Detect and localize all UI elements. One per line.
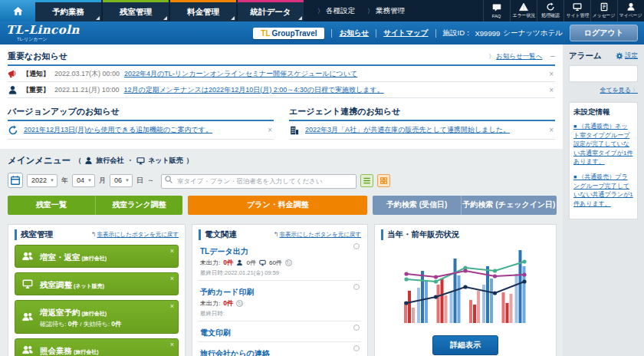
restore-hidden-buttons-link[interactable]: 非表示にしたボタンを元に戻す (279, 231, 361, 238)
add-return-room-button[interactable]: 増室・返室(旅行会社) × (15, 245, 179, 268)
close-icon[interactable]: × (170, 341, 174, 348)
building-icon (289, 125, 300, 136)
agency-contact-link[interactable]: 旅行会社からの連絡 (200, 349, 270, 356)
link-business-admin[interactable]: 業務管理 (367, 6, 405, 16)
tab-reservation[interactable]: 予約業務 (35, 0, 101, 21)
close-icon[interactable]: × (170, 275, 174, 282)
unset-plan-group-link[interactable]: （共通販売）プラングループ完了していない共通プランが1件あります。 (573, 173, 633, 208)
close-icon[interactable]: × (547, 86, 555, 94)
close-icon[interactable]: × (170, 302, 174, 310)
search-input[interactable] (161, 174, 356, 189)
plan-rate-adjust-button[interactable]: プラン・料金調整 (188, 196, 367, 215)
sitemap-link[interactable]: サイトマップ (383, 28, 428, 38)
calendar-button[interactable] (8, 173, 23, 188)
news-list-link[interactable]: お知らせ一覧へ (488, 52, 542, 60)
telegram-print-row: 電文印刷 (199, 321, 361, 342)
room-rank-adjust-button[interactable]: 残室ランク調整 (96, 196, 183, 215)
warning-icon (519, 2, 528, 12)
version-news-section: バージョンアップのお知らせ 2021年12月13日(月)から使用できる追加機能の… (8, 106, 274, 140)
news-link[interactable]: 12月の定期メンテナンスは2022年12月10日(月) 2:00～4:30の日程… (123, 85, 383, 95)
news-row: 【通知】 2022.03.17(木) 00:00 2022年4月のTL-リンカー… (8, 66, 555, 82)
mypage-button[interactable]: マイページ (617, 0, 644, 21)
process-check-button[interactable]: 処理確認 (537, 0, 564, 21)
close-icon[interactable]: × (547, 70, 555, 78)
site-admin-button[interactable]: サイト管理 (564, 0, 590, 21)
room-stock-list-button[interactable]: 残室一覧 (8, 196, 96, 215)
message-button[interactable]: メッセージ (590, 0, 617, 21)
inquiry-work-button[interactable]: 照会業務(旅行会社) × (15, 338, 179, 356)
agent-news-link[interactable]: 2022年3月「A社」が共通在庫の販売先として連携開始しました。 (305, 125, 510, 135)
see-all-link[interactable]: 全てを見る (600, 87, 638, 94)
person-icon (626, 2, 636, 12)
refresh-icon[interactable]: ↻ (285, 259, 292, 266)
day-label: 日 (136, 176, 143, 186)
hide-toggle[interactable] (353, 284, 360, 290)
divider (376, 29, 376, 38)
tab-rate[interactable]: 料金管理 (170, 0, 236, 21)
row-stats: 未出力:0件 ↻ (200, 299, 350, 308)
person-icon (84, 157, 93, 165)
news-row: 2021年12月13日(月)から使用できる追加機能のご案内です。 × (8, 121, 274, 140)
important-news-section: 重要なお知らせ お知らせ一覧へ − 【通知】 2022.03.17(木) 00:… (0, 44, 563, 98)
panel-title: 当年・前年販売状況 (381, 229, 460, 240)
unset-room-type-link[interactable]: （共通販売）ネット室タイプグループ設定が完了していない共通室タイプが1件あります… (573, 122, 633, 166)
detail-view-button[interactable]: 詳細表示 (432, 335, 498, 355)
logo-title: TL-Lincoln (6, 25, 80, 36)
month-select[interactable]: 04▼ (72, 174, 95, 187)
facility-id-value: X99999 (475, 29, 501, 38)
tab-label: 統計データ (251, 7, 291, 18)
logout-button[interactable]: ログアウト (570, 25, 638, 41)
agency-contact-row: 旅行会社からの連絡 未処理:0件 ↻ (199, 342, 361, 356)
room-adjust-button[interactable]: 残室調整(ネット販売) × (15, 272, 179, 295)
faq-button[interactable]: FAQ (483, 0, 510, 21)
alarm-title: アラーム (569, 51, 602, 61)
refresh-icon[interactable]: ↻ (236, 300, 243, 307)
alarm-list-box (569, 65, 638, 82)
important-news-title: 重要なお知らせ (8, 51, 67, 62)
error-status-button[interactable]: エラー状況 (510, 0, 537, 21)
person-icon (236, 259, 243, 266)
quick-action-row: 残室一覧 残室ランク調整 プラン・料金調整 予約検索 (受信日) 予約検索 (チ… (8, 196, 557, 215)
booking-search-checkin-button[interactable]: 予約検索 (チェックイン日) (462, 196, 557, 215)
day-select[interactable]: 06▼ (110, 174, 133, 187)
news-row: 2022年3月「A社」が共通在庫の販売先として連携開始しました。 × (289, 121, 555, 140)
people-icon (21, 344, 34, 355)
version-news-link[interactable]: 2021年12月13日(月)から使用できる追加機能のご案内です。 (24, 125, 212, 135)
tab-statistics[interactable]: 統計データ (238, 0, 304, 21)
notice-link[interactable]: お知らせ (339, 28, 369, 38)
unset-info-box: 未設定情報 （共通販売）ネット室タイプグループ設定が完了していない共通室タイプが… (569, 102, 638, 219)
collapse-button[interactable]: − (550, 52, 555, 61)
hide-toggle[interactable] (353, 243, 360, 249)
close-icon[interactable]: × (547, 126, 555, 134)
tab-label: 残室管理 (120, 7, 152, 18)
restore-hidden-buttons-link[interactable]: 非表示にしたボタンを元に戻す (97, 231, 179, 238)
add-return-reservation-button[interactable]: 増返室予約(旅行会社) 確認待ち: 0件 / 失効待ち: 0件 × (15, 300, 179, 334)
booking-search-received-button[interactable]: 予約検索 (受信日) (373, 196, 462, 215)
link-various-settings[interactable]: 各種設定 (317, 6, 355, 16)
tab-room-stock[interactable]: 残室管理 (103, 0, 169, 21)
hide-toggle[interactable] (353, 325, 360, 331)
facility-id-label: 施設ID： (443, 28, 472, 38)
tl-data-export-link[interactable]: TLデータ出力 (200, 247, 248, 255)
news-date: 2022.03.17(木) 00:00 (54, 69, 120, 79)
important-person-icon (8, 85, 18, 95)
close-icon[interactable]: × (170, 247, 174, 255)
return-arrow-icon: ↰ (91, 231, 97, 238)
home-tab[interactable] (0, 0, 35, 21)
hide-toggle[interactable] (353, 345, 360, 351)
alarm-setting-link[interactable]: 設定 (625, 51, 638, 61)
grid-view-button[interactable] (377, 174, 390, 187)
news-row: 【重要】 2022.11.21(月) 10:00 12月の定期メンテナンスは20… (8, 82, 555, 98)
close-icon[interactable]: × (266, 126, 274, 134)
news-link[interactable]: 2022年4月のTL-リンカーンオンラインセミナー開催スケジュールについて (124, 69, 357, 79)
top-navigation-bar: 予約業務 残室管理 料金管理 統計データ 各種設定 業務管理 FAQ エラー状況… (0, 0, 644, 21)
tl-lincoln-logo[interactable]: TL-Lincoln TL-リンカーン (6, 25, 80, 41)
search-icon (164, 175, 173, 184)
telegram-print-link[interactable]: 電文印刷 (200, 328, 231, 337)
booking-card-print-link[interactable]: 予約カード印刷 (200, 288, 254, 296)
news-date: 2022.11.21(月) 10:00 (54, 85, 119, 95)
year-select[interactable]: 2022▼ (27, 174, 58, 187)
list-view-button[interactable] (360, 174, 373, 187)
sales-chart (400, 246, 531, 329)
grouptravel-button[interactable]: TLGroupTravel (253, 28, 324, 39)
